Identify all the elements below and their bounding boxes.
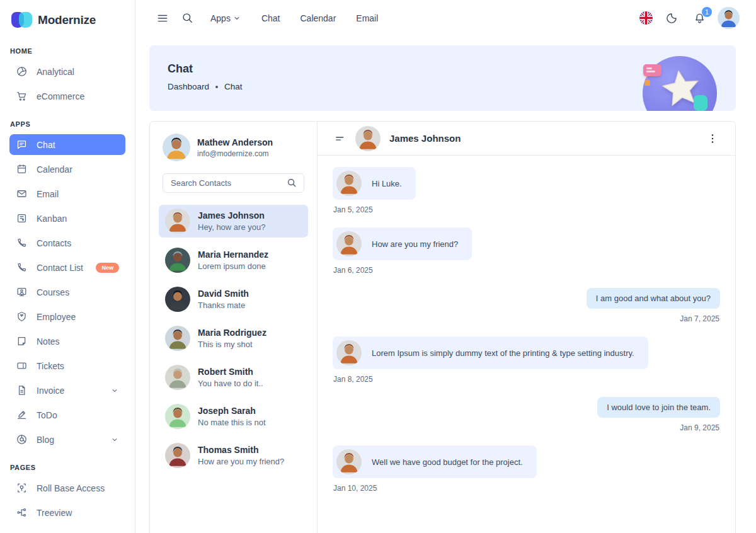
nav-calendar[interactable]: Calendar bbox=[293, 9, 344, 27]
sidebar-item-calendar[interactable]: Calendar bbox=[9, 159, 125, 180]
search-button[interactable] bbox=[178, 8, 198, 28]
contact-joseph-sarah[interactable]: Joseph Sarah No mate this is not bbox=[159, 400, 308, 433]
sidebar-item-roll-base-access[interactable]: Roll Base Access bbox=[9, 478, 125, 498]
chat-app-card: Mathew Anderson info@modernize.com James… bbox=[149, 121, 736, 533]
avatar bbox=[165, 248, 190, 273]
sidebar-item-tickets[interactable]: Tickets bbox=[9, 355, 125, 376]
message-list: Hi Luke. Jan 5, 2025 How are you my frie… bbox=[318, 156, 735, 533]
notifications-button[interactable]: 1 bbox=[690, 9, 709, 27]
avatar bbox=[163, 134, 190, 161]
message-text: Lorem Ipsum is simply dummy text of the … bbox=[372, 348, 634, 358]
sidebar-item-label: Contact List bbox=[37, 263, 83, 273]
chevron-down-icon bbox=[110, 435, 119, 444]
cart-icon bbox=[16, 90, 28, 102]
search-contacts-input[interactable] bbox=[171, 178, 283, 188]
chat-options-button[interactable] bbox=[706, 132, 719, 145]
contact-last-message: This is my shot bbox=[198, 340, 266, 349]
sidebar-item-courses[interactable]: Courses bbox=[9, 282, 125, 302]
hamburger-menu-icon bbox=[156, 12, 169, 25]
sidebar-item-todo[interactable]: ToDo bbox=[9, 404, 125, 425]
avatar bbox=[336, 231, 362, 256]
contact-maria-rodriguez[interactable]: Maria Rodriguez This is my shot bbox=[159, 322, 308, 355]
breadcrumb-separator bbox=[215, 86, 218, 88]
sidebar-item-label: Notes bbox=[37, 336, 60, 347]
message-date: Jan 5, 2025 bbox=[333, 205, 719, 214]
sidebar-item-contacts[interactable]: Contacts bbox=[9, 232, 125, 253]
sidebar-item-label: Contacts bbox=[37, 238, 71, 248]
tree-icon bbox=[16, 507, 28, 519]
toggle-contacts-icon[interactable] bbox=[334, 132, 346, 145]
contact-name: Maria Hernandez bbox=[198, 249, 268, 261]
brand-logo-icon bbox=[11, 11, 32, 28]
message-text: Well we have good budget for the project… bbox=[372, 457, 523, 467]
contact-name: David Smith bbox=[198, 289, 249, 300]
sidebar-item-blog[interactable]: Blog bbox=[9, 429, 125, 450]
breadcrumb-parent[interactable]: Dashboard bbox=[168, 82, 209, 91]
contacts-panel: Mathew Anderson info@modernize.com James… bbox=[150, 122, 318, 533]
avatar bbox=[355, 126, 381, 151]
contact-robert-smith[interactable]: Robert Smith You have to do it.. bbox=[159, 361, 308, 394]
aperture-icon bbox=[16, 66, 28, 77]
sidebar-item-chat[interactable]: Chat bbox=[9, 134, 125, 155]
new-badge: New bbox=[96, 263, 119, 273]
sidebar-item-employee[interactable]: Employee bbox=[9, 306, 125, 327]
contact-list: James Johnson Hey, how are you? Maria He… bbox=[150, 205, 317, 472]
message-date: Jan 10, 2025 bbox=[333, 484, 719, 493]
sidebar-item-label: Kanban bbox=[37, 214, 67, 224]
avatar bbox=[336, 171, 362, 196]
contact-last-message: How are you my friend? bbox=[198, 457, 284, 466]
sidebar-item-kanban[interactable]: Kanban bbox=[9, 208, 125, 229]
sidebar-section-apps: APPS bbox=[10, 120, 125, 128]
contact-david-smith[interactable]: David Smith Thanks mate bbox=[159, 283, 308, 316]
message-bubble: Well we have good budget for the project… bbox=[333, 445, 537, 478]
message-text: How are you my friend? bbox=[372, 239, 458, 249]
contact-last-message: Thanks mate bbox=[198, 301, 249, 310]
sidebar-item-notes[interactable]: Notes bbox=[9, 331, 125, 352]
sidebar-item-ecommerce[interactable]: eCommerce bbox=[9, 86, 125, 106]
language-flag-icon[interactable] bbox=[639, 11, 653, 25]
message-date: Jan 7, 2025 bbox=[333, 314, 719, 323]
message-outgoing: I would love to join the team. Jan 9, 20… bbox=[333, 397, 720, 432]
profile-avatar[interactable] bbox=[718, 7, 740, 29]
sidebar-item-label: Tickets bbox=[37, 361, 64, 371]
contact-name: Robert Smith bbox=[198, 367, 263, 378]
nav-chat[interactable]: Chat bbox=[254, 9, 288, 27]
sidebar-item-contact-list[interactable]: Contact List New bbox=[9, 257, 125, 278]
sidebar-item-label: Courses bbox=[37, 287, 69, 297]
contact-thomas-smith[interactable]: Thomas Smith How are you my friend? bbox=[159, 439, 308, 472]
avatar bbox=[165, 404, 190, 429]
sidebar-item-analytical[interactable]: Analytical bbox=[9, 61, 125, 82]
shield-icon bbox=[16, 311, 28, 323]
contact-last-message: No mate this is not bbox=[198, 418, 266, 427]
current-user-email: info@modernize.com bbox=[197, 149, 273, 158]
page-banner: Chat Dashboard Chat bbox=[149, 45, 736, 111]
sidebar-item-email[interactable]: Email bbox=[9, 183, 125, 204]
chat-panel: James Johnson Hi Luke. Jan 5, 2025 How a… bbox=[318, 122, 735, 533]
dark-mode-toggle[interactable] bbox=[662, 8, 682, 28]
avatar bbox=[165, 209, 190, 234]
sidebar-section-home: HOME bbox=[10, 47, 125, 55]
avatar bbox=[165, 365, 190, 390]
message-incoming: Well we have good budget for the project… bbox=[333, 445, 720, 493]
chat-icon bbox=[16, 139, 28, 151]
sidebar-item-invoice[interactable]: Invoice bbox=[9, 380, 125, 401]
brand-logo[interactable]: Modernize bbox=[0, 0, 135, 33]
search-icon[interactable] bbox=[287, 178, 297, 188]
sidebar-toggle-button[interactable] bbox=[152, 8, 173, 28]
notification-badge: 1 bbox=[702, 7, 712, 17]
message-bubble: Hi Luke. bbox=[333, 167, 416, 200]
kanban-icon bbox=[16, 212, 28, 224]
phone-icon bbox=[16, 261, 28, 273]
sidebar: Modernize HOME Analytical eCommerce APPS… bbox=[0, 0, 135, 533]
chevron-down-icon bbox=[110, 386, 119, 395]
sidebar-item-treeview[interactable]: Treeview bbox=[9, 502, 125, 523]
nav-email[interactable]: Email bbox=[348, 9, 386, 27]
current-user-name: Mathew Anderson bbox=[197, 137, 273, 148]
avatar bbox=[336, 340, 362, 365]
message-outgoing: I am good and what about you? Jan 7, 202… bbox=[333, 288, 720, 323]
contact-james-johnson[interactable]: James Johnson Hey, how are you? bbox=[159, 205, 308, 238]
chevron-down-icon bbox=[232, 14, 241, 23]
message-date: Jan 8, 2025 bbox=[333, 375, 719, 384]
contact-maria-hernandez[interactable]: Maria Hernandez Lorem ipsum done bbox=[159, 244, 308, 277]
nav-apps[interactable]: Apps bbox=[203, 9, 249, 27]
